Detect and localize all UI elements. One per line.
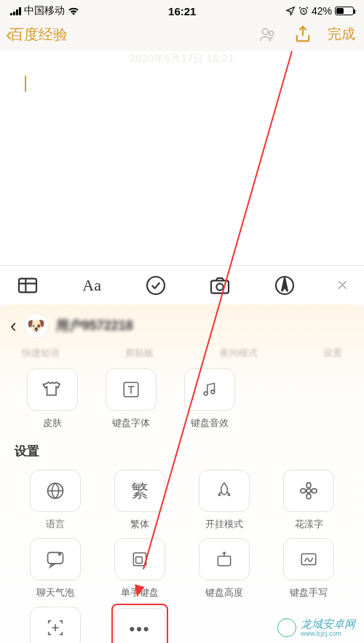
format-toolbar: Aa × <box>0 265 364 304</box>
draw-icon[interactable] <box>273 274 296 297</box>
tab-1[interactable]: 快捷短语 <box>22 347 60 360</box>
panel-header: ‹ 🐶 用户9572218 <box>0 304 364 345</box>
svg-point-10 <box>211 390 215 394</box>
tile-label: 花漾字 <box>295 518 323 531</box>
tile-label: 繁体 <box>130 518 149 531</box>
tab-3[interactable]: 夜间模式 <box>220 347 258 360</box>
tile-bubble[interactable]: 聊天气泡 <box>13 538 98 599</box>
locate-icon <box>285 6 296 16</box>
watermark: 龙城安卓网 www.lcjcj.com <box>277 618 355 637</box>
svg-point-9 <box>204 392 207 395</box>
svg-rect-3 <box>19 278 36 292</box>
keyboard-panel: ‹ 🐶 用户9572218 快捷短语 剪贴板 夜间模式 设置 皮肤 键盘字体 键… <box>0 304 364 643</box>
note-timestamp: 2020年6月17日 16:21 <box>13 51 351 66</box>
svg-point-1 <box>262 28 268 34</box>
tab-4[interactable]: 设置 <box>323 347 342 360</box>
svg-point-12 <box>306 489 311 493</box>
service-grid: 皮肤 键盘字体 键盘音效 <box>0 366 364 438</box>
share-icon[interactable] <box>293 24 313 44</box>
wifi-icon <box>68 7 79 15</box>
checklist-icon[interactable] <box>144 274 167 297</box>
tile-label: 皮肤 <box>43 417 62 430</box>
tile-label: 键盘字体 <box>112 417 150 430</box>
panel-back-icon[interactable]: ‹ <box>10 316 17 335</box>
tile-handwrite[interactable]: 键盘手写 <box>266 538 351 599</box>
svg-point-15 <box>301 489 306 493</box>
signal-icon <box>10 7 21 15</box>
note-editor[interactable]: 2020年6月17日 16:21 <box>0 51 364 265</box>
people-icon[interactable] <box>258 24 278 44</box>
svg-point-13 <box>306 483 311 488</box>
panel-tabs: 快捷短语 剪贴板 夜间模式 设置 <box>0 345 364 366</box>
tile-label: 键盘高度 <box>205 586 243 599</box>
tile-height[interactable]: 键盘高度 <box>182 538 266 599</box>
tab-2[interactable]: 剪贴板 <box>125 347 154 360</box>
tile-skin[interactable]: 皮肤 <box>13 368 92 430</box>
text-cursor <box>25 76 26 92</box>
tile-flower[interactable]: 花漾字 <box>266 470 351 531</box>
avatar[interactable]: 🐶 <box>24 313 49 338</box>
svg-point-2 <box>269 31 274 36</box>
status-right: 42% <box>285 5 354 17</box>
nav-bar: ‹ 百度经验 完成 <box>0 20 364 51</box>
section-settings-title: 设置 <box>0 438 364 467</box>
tile-label: 开挂模式 <box>205 518 243 531</box>
highlight-annotation: ••• 更多设置 <box>111 604 168 643</box>
tile-label: 键盘手写 <box>290 586 328 599</box>
tile-sound[interactable]: 键盘音效 <box>170 368 249 430</box>
battery-percent: 42% <box>312 5 332 17</box>
camera-icon[interactable] <box>208 274 232 297</box>
back-label: 百度经验 <box>9 25 68 44</box>
tile-boost[interactable]: 开挂模式 <box>182 470 266 531</box>
tile-more-settings[interactable]: ••• 更多设置 <box>98 607 182 643</box>
tile-label: 语言 <box>46 518 65 531</box>
status-time: 16:21 <box>168 5 196 17</box>
done-button[interactable]: 完成 <box>328 25 355 44</box>
tile-font[interactable]: 键盘字体 <box>92 368 170 430</box>
tile-label: 聊天气泡 <box>36 586 74 599</box>
svg-point-16 <box>312 489 317 493</box>
carrier-label: 中国移动 <box>24 4 65 17</box>
back-button[interactable]: ‹ 百度经验 <box>6 25 68 44</box>
tile-language[interactable]: 语言 <box>13 470 98 531</box>
settings-grid: 语言 繁 繁体 开挂模式 花漾字 聊天气泡 单手键盘 键盘高度 键盘手写 <box>0 467 364 643</box>
svg-point-4 <box>147 277 165 294</box>
username-label: 用户9572218 <box>56 317 133 334</box>
text-format-icon[interactable]: Aa <box>80 274 103 297</box>
close-icon[interactable]: × <box>337 274 348 296</box>
watermark-logo-icon <box>277 618 296 637</box>
status-bar: 中国移动 16:21 42% <box>0 0 364 20</box>
status-left: 中国移动 <box>10 4 79 17</box>
svg-rect-20 <box>136 557 143 564</box>
tile-label: 键盘音效 <box>191 417 229 430</box>
alarm-icon <box>298 6 309 16</box>
svg-rect-21 <box>218 556 230 566</box>
svg-point-18 <box>59 553 60 555</box>
battery-icon <box>335 7 354 15</box>
svg-point-14 <box>306 494 311 499</box>
table-icon[interactable] <box>16 274 39 297</box>
tile-custom-toolbar[interactable]: 定制工具栏 <box>13 607 98 643</box>
